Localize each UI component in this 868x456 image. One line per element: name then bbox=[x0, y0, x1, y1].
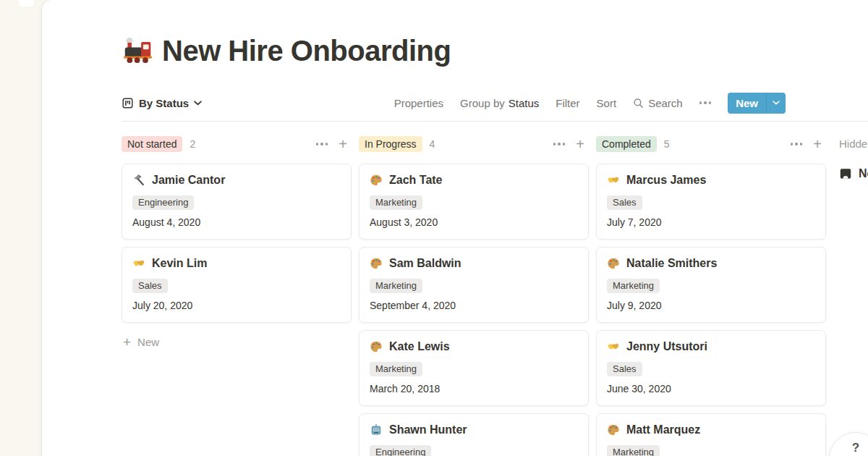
group-by-label: Group by bbox=[460, 97, 505, 109]
palette-emoji bbox=[370, 340, 383, 353]
filter-button[interactable]: Filter bbox=[556, 97, 579, 109]
handshake-emoji bbox=[132, 257, 145, 270]
column-completed: Completed 5 Marcus James Sales Jul bbox=[596, 136, 826, 456]
kanban-card[interactable]: Kate Lewis Marketing March 20, 2018 bbox=[359, 330, 589, 406]
handshake-emoji bbox=[607, 174, 620, 187]
card-name-text: Zach Tate bbox=[389, 173, 443, 187]
card-date: July 9, 2020 bbox=[607, 300, 815, 311]
department-tag: Engineering bbox=[132, 195, 194, 210]
column-add-icon[interactable] bbox=[576, 138, 584, 150]
status-badge[interactable]: Not started bbox=[122, 136, 182, 152]
card-name-text: Marcus James bbox=[626, 173, 706, 187]
new-button[interactable]: New bbox=[728, 93, 766, 114]
department-tag: Marketing bbox=[370, 195, 422, 210]
kanban-card[interactable]: Jamie Cantor Engineering August 4, 2020 bbox=[122, 164, 352, 240]
status-badge[interactable]: In Progress bbox=[359, 136, 422, 152]
add-card-button[interactable]: New bbox=[122, 336, 352, 348]
card-name-text: Natalie Smithers bbox=[626, 256, 717, 271]
new-button-group: New bbox=[728, 93, 786, 114]
card-date: August 4, 2020 bbox=[132, 216, 341, 228]
card-date: September 4, 2020 bbox=[370, 300, 578, 311]
card-title: Jamie Cantor bbox=[132, 173, 341, 187]
search-button[interactable]: Search bbox=[633, 97, 683, 109]
department-tag: Sales bbox=[132, 279, 168, 293]
kanban-card[interactable]: Shawn Hunter Engineering bbox=[359, 413, 589, 456]
palette-emoji bbox=[370, 174, 383, 187]
card-title: Kevin Lim bbox=[132, 256, 341, 271]
chevron-down-icon bbox=[194, 101, 202, 106]
department-tag: Marketing bbox=[607, 279, 660, 293]
background-tab bbox=[19, 0, 34, 7]
card-name-text: Jamie Cantor bbox=[152, 173, 225, 187]
more-icon[interactable] bbox=[699, 101, 712, 104]
column-more-icon[interactable] bbox=[316, 143, 328, 145]
robot-emoji bbox=[370, 423, 383, 436]
card-title: Marcus James bbox=[607, 173, 815, 187]
column-count: 2 bbox=[190, 138, 195, 150]
column-header: In Progress 4 bbox=[359, 136, 589, 152]
hidden-columns-header[interactable]: Hidden columns bbox=[839, 136, 868, 152]
card-name-text: Shawn Hunter bbox=[389, 423, 467, 437]
hidden-group-no-status[interactable]: No Status bbox=[839, 167, 868, 180]
page-title: New Hire Onboarding bbox=[122, 30, 868, 71]
group-by-button[interactable]: Group by Status bbox=[460, 97, 539, 109]
card-date: June 30, 2020 bbox=[607, 383, 815, 394]
new-dropdown-button[interactable] bbox=[766, 93, 786, 114]
hammer-emoji bbox=[132, 174, 145, 187]
properties-button[interactable]: Properties bbox=[394, 97, 443, 109]
column-add-icon[interactable] bbox=[813, 138, 822, 150]
palette-emoji bbox=[370, 257, 383, 270]
department-tag: Sales bbox=[607, 195, 642, 210]
kanban-card[interactable]: Zach Tate Marketing August 3, 2020 bbox=[359, 164, 589, 240]
card-date: July 7, 2020 bbox=[607, 216, 815, 228]
kanban-card[interactable]: Jenny Utsutori Sales June 30, 2020 bbox=[596, 330, 826, 406]
card-date: August 3, 2020 bbox=[370, 216, 578, 228]
palette-emoji bbox=[607, 423, 620, 436]
hidden-group-label: No Status bbox=[859, 167, 868, 180]
kanban-card[interactable]: Matt Marquez Marketing bbox=[596, 413, 826, 456]
card-title: Jenny Utsutori bbox=[607, 339, 815, 354]
hidden-columns-section: Hidden columns No Status bbox=[839, 136, 868, 180]
search-icon bbox=[633, 98, 644, 109]
column-more-icon[interactable] bbox=[791, 143, 803, 145]
department-tag: Sales bbox=[607, 362, 642, 376]
column-count: 5 bbox=[664, 138, 670, 150]
card-name-text: Matt Marquez bbox=[626, 423, 700, 437]
chevron-down-icon bbox=[773, 101, 780, 105]
department-tag: Marketing bbox=[607, 445, 660, 456]
kanban-card[interactable]: Sam Baldwin Marketing September 4, 2020 bbox=[359, 247, 589, 323]
kanban-card[interactable]: Natalie Smithers Marketing July 9, 2020 bbox=[596, 247, 826, 323]
page-title-text: New Hire Onboarding bbox=[162, 30, 451, 71]
card-name-text: Kate Lewis bbox=[389, 339, 450, 354]
board-icon bbox=[122, 97, 134, 109]
department-tag: Engineering bbox=[370, 445, 431, 456]
group-by-value: Status bbox=[509, 97, 540, 109]
card-date: July 20, 2020 bbox=[132, 300, 341, 311]
card-name-text: Sam Baldwin bbox=[389, 256, 461, 271]
card-title: Natalie Smithers bbox=[607, 256, 815, 271]
column-more-icon[interactable] bbox=[553, 143, 566, 145]
sort-button[interactable]: Sort bbox=[597, 97, 617, 109]
status-badge[interactable]: Completed bbox=[596, 136, 657, 152]
card-title: Kate Lewis bbox=[370, 339, 578, 354]
column-not-started: Not started 2 Jamie Cantor Engineering bbox=[122, 136, 352, 348]
help-button-label: ? bbox=[852, 441, 859, 455]
card-box-icon bbox=[839, 167, 852, 180]
column-add-icon[interactable] bbox=[339, 138, 347, 150]
kanban-card[interactable]: Kevin Lim Sales July 20, 2020 bbox=[122, 247, 352, 323]
card-date: March 20, 2018 bbox=[370, 383, 578, 394]
view-toolbar: By Status Properties Group by Status Fil… bbox=[122, 93, 786, 113]
card-title: Matt Marquez bbox=[607, 423, 815, 437]
notion-page: New Hire Onboarding By Status Properties… bbox=[42, 0, 868, 456]
view-name: By Status bbox=[139, 97, 189, 109]
card-name-text: Jenny Utsutori bbox=[626, 339, 707, 354]
kanban-card[interactable]: Marcus James Sales July 7, 2020 bbox=[596, 164, 826, 240]
toolbar-divider bbox=[122, 121, 868, 122]
column-count: 4 bbox=[430, 138, 435, 150]
handshake-emoji bbox=[607, 340, 620, 353]
search-label: Search bbox=[648, 97, 683, 109]
view-switcher[interactable]: By Status bbox=[122, 97, 202, 109]
locomotive-emoji bbox=[122, 35, 153, 67]
card-title: Shawn Hunter bbox=[370, 423, 578, 437]
palette-emoji bbox=[607, 257, 620, 270]
